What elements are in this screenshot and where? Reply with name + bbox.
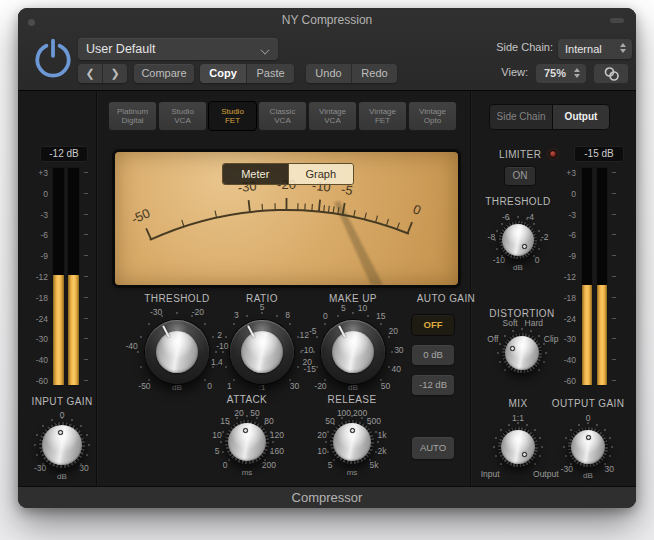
knob-tick-dot [264, 423, 266, 425]
knob-tick-dot [521, 328, 523, 330]
redo-button[interactable]: Redo [351, 64, 397, 83]
knob-tick-dot [596, 424, 598, 426]
meter-scale-label: -18 [28, 293, 48, 303]
tab-label: FET [225, 116, 240, 125]
preset-value: User Default [86, 42, 155, 56]
tab-studio-fet[interactable]: StudioFET [208, 101, 257, 131]
knob-tick-dot [204, 323, 206, 325]
input-gain-knob[interactable] [39, 422, 85, 468]
knob-tick-dot [543, 343, 545, 345]
makeup-knob[interactable] [321, 320, 385, 384]
meter-scale-label: +3 [28, 168, 48, 178]
toggle-side-chain[interactable]: Side Chain [490, 105, 552, 129]
knob-tick-dot [496, 248, 498, 250]
auto-release-button[interactable]: AUTO [412, 437, 454, 459]
knob-tick-dot [86, 434, 88, 436]
tab-classic-vca[interactable]: ClassicVCA [258, 101, 307, 131]
distortion-knob[interactable] [502, 333, 542, 373]
graph-tab[interactable]: Graph [288, 164, 354, 184]
knob-tick-dot [369, 423, 371, 425]
auto-gain-minus12db-button[interactable]: -12 dB [412, 375, 454, 395]
preset-dropdown[interactable]: User Default [78, 38, 278, 60]
attack-knob[interactable] [225, 420, 269, 464]
toggle-output[interactable]: Output [552, 105, 609, 129]
plugin-name-bar: Compressor [18, 486, 636, 508]
knob-tick-dot [496, 230, 498, 232]
tab-vintage-opto[interactable]: VintageOpto [408, 101, 457, 131]
makeup-scale-label: -10 [290, 345, 324, 355]
knob-tick-dot [611, 446, 613, 448]
vu-tick [249, 200, 250, 212]
view-zoom-stepper[interactable]: 75% [536, 64, 586, 83]
makeup-scale-label: 40 [379, 364, 413, 374]
release-knob[interactable] [330, 420, 374, 464]
vu-needle [334, 201, 383, 285]
tab-label: VCA [274, 116, 290, 125]
auto-gain-0db-button[interactable]: 0 dB [412, 345, 454, 365]
knob-tick-dot [270, 431, 272, 433]
tab-vintage-fet[interactable]: VintageFET [358, 101, 407, 131]
knob-tick-dot [333, 459, 335, 461]
knob-tick-dot [545, 352, 547, 354]
limiter-on-button[interactable]: ON [504, 166, 536, 186]
attack-scale-label: 50 [238, 408, 272, 418]
knob-tick-dot [88, 444, 90, 446]
knob-tick-dot [508, 218, 510, 220]
undo-button[interactable]: Undo [306, 64, 351, 83]
meter-scale-label: -60 [556, 376, 576, 386]
meter-tick [612, 338, 616, 339]
window-control-dash[interactable] [610, 18, 624, 23]
limiter-threshold-knob[interactable] [499, 221, 537, 259]
updown-arrows-icon [574, 68, 580, 78]
copy-button[interactable]: Copy [200, 64, 246, 83]
paste-button[interactable]: Paste [246, 64, 294, 83]
tab-label: Studio [171, 107, 194, 116]
meter-scale-label: 0 [28, 189, 48, 199]
vu-display: -50-30-20-10-50 Meter Graph [115, 152, 458, 285]
knob-tick-dot [538, 230, 540, 232]
link-button[interactable] [594, 64, 628, 83]
tab-studio-vca[interactable]: StudioVCA [158, 101, 207, 131]
meter-tick [84, 297, 88, 298]
makeup-scale-label: 10 [346, 303, 380, 313]
meter-tick [84, 318, 88, 319]
next-preset-button[interactable]: ❯ [102, 64, 127, 83]
mix-knob[interactable] [498, 427, 538, 467]
knob-tick-dot [500, 463, 502, 465]
plugin-window: NY Compression User Default Side Chain: … [18, 8, 636, 508]
tab-label: FET [375, 116, 390, 125]
meter-scale-label: -24 [556, 314, 576, 324]
threshold-scale-label: -50 [127, 381, 161, 391]
knob-tick-dot [388, 336, 390, 338]
knob-tick-dot [228, 459, 230, 461]
output-gain-knob[interactable] [568, 427, 608, 467]
meter-bar-fill [53, 275, 64, 385]
mix-scale-label: Input [473, 469, 507, 479]
prev-preset-button[interactable]: ❮ [78, 64, 102, 83]
side-chain-value: Internal [565, 43, 602, 55]
vu-tick [376, 216, 378, 223]
knob-tick-dot [137, 351, 139, 353]
knob-tick-dot [264, 459, 266, 461]
distortion-knob-face [505, 336, 539, 370]
meter-tick [612, 193, 616, 194]
output-gain-unit-label: dB [573, 471, 603, 480]
knob-tick-dot [375, 451, 377, 453]
compare-button[interactable]: Compare [134, 64, 194, 83]
auto-gain-off-button[interactable]: OFF [412, 315, 454, 335]
knob-tick-dot [80, 425, 82, 427]
tab-platinum-digital[interactable]: PlatinumDigital [108, 101, 157, 131]
knob-tick-dot [86, 454, 88, 456]
meter-tick [84, 193, 88, 194]
meter-tick [84, 276, 88, 277]
tab-vintage-vca[interactable]: VintageVCA [308, 101, 357, 131]
limiter-label: LIMITER [499, 149, 541, 160]
knob-tick-dot [225, 336, 227, 338]
knob-tick-dot [380, 379, 382, 381]
threshold-knob[interactable] [145, 320, 209, 384]
meter-tab[interactable]: Meter [223, 164, 288, 184]
plugin-name: Compressor [292, 490, 363, 505]
ratio-knob[interactable] [230, 320, 294, 384]
attack-label: ATTACK [192, 394, 302, 405]
side-chain-dropdown[interactable]: Internal [558, 39, 632, 59]
